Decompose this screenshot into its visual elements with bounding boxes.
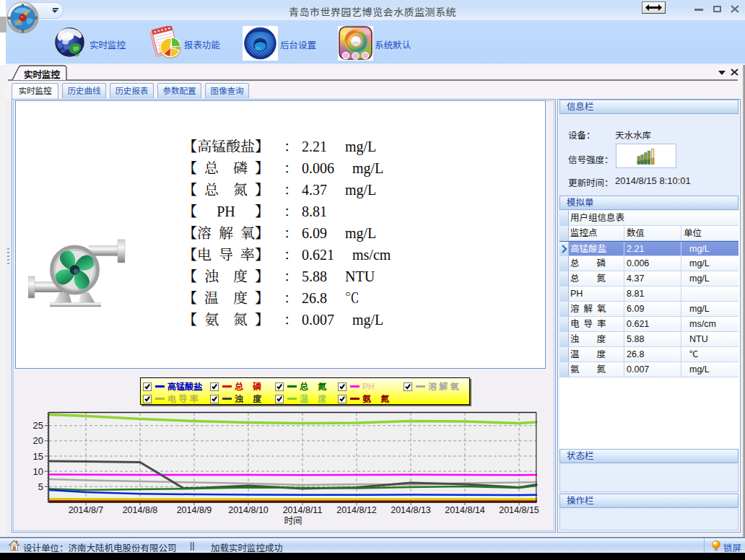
- svg-text:20: 20: [33, 435, 43, 446]
- svg-text:2014/8/14: 2014/8/14: [445, 505, 485, 515]
- svg-text:2014/8/13: 2014/8/13: [391, 505, 431, 515]
- svg-text:时间: 时间: [284, 516, 302, 526]
- svg-text:2014/8/9: 2014/8/9: [177, 505, 212, 515]
- svg-text:5: 5: [38, 481, 43, 492]
- svg-text:2014/8/11: 2014/8/11: [283, 505, 323, 515]
- svg-text:N: N: [22, 3, 25, 7]
- svg-text:2014/8/8: 2014/8/8: [123, 505, 158, 515]
- svg-text:2014/8/15: 2014/8/15: [499, 505, 539, 515]
- svg-text:15: 15: [33, 451, 43, 462]
- svg-text:W: W: [7, 16, 11, 20]
- svg-text:2014/8/7: 2014/8/7: [69, 505, 104, 515]
- svg-text:10: 10: [33, 466, 43, 477]
- svg-text:2014/8/10: 2014/8/10: [228, 505, 269, 515]
- svg-text:25: 25: [33, 420, 43, 431]
- svg-text:2014/8/12: 2014/8/12: [336, 505, 377, 515]
